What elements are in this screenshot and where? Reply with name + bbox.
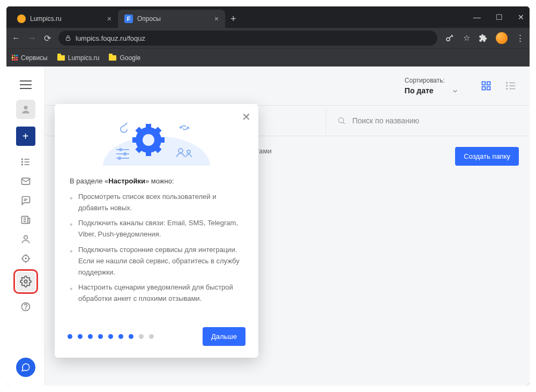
- reload-button[interactable]: ⟳: [44, 33, 51, 43]
- modal-intro: В разделе «Настройки» можно:: [70, 176, 243, 187]
- sidebar-item-target[interactable]: [16, 250, 35, 267]
- password-key-icon[interactable]: [445, 33, 455, 43]
- address-bar[interactable]: lumpics.foquz.ru/foquz: [58, 31, 437, 46]
- search-icon: [337, 116, 346, 125]
- svg-point-35: [507, 88, 508, 90]
- sidebar-item-users[interactable]: [16, 231, 35, 248]
- svg-point-17: [24, 235, 27, 239]
- profile-avatar[interactable]: [496, 32, 508, 44]
- svg-point-3: [21, 159, 23, 160]
- svg-point-40: [143, 134, 154, 146]
- gear-icon: [20, 276, 32, 287]
- svg-point-24: [24, 280, 27, 283]
- close-button[interactable]: ✕: [518, 13, 524, 21]
- modal-list-item: Подключить сторонние сервисы для интегра…: [70, 245, 243, 278]
- svg-point-1: [446, 38, 450, 41]
- favicon-foquz: F: [124, 14, 133, 23]
- sidebar-item-news[interactable]: [16, 211, 35, 228]
- minimize-button[interactable]: —: [473, 13, 481, 21]
- svg-point-37: [339, 118, 344, 123]
- sidebar-profile[interactable]: [16, 100, 35, 119]
- svg-point-31: [507, 83, 508, 84]
- search-box[interactable]: Поиск по названию: [326, 116, 530, 125]
- svg-point-7: [21, 164, 23, 165]
- top-bar: Сортировать: По дате: [45, 66, 530, 105]
- svg-point-26: [25, 309, 26, 309]
- sort-label: Сортировать:: [405, 76, 459, 85]
- bookmarks-bar: Сервисы Lumpics.ru Google: [6, 48, 530, 66]
- forward-button[interactable]: →: [28, 33, 36, 43]
- modal-list-item: Настроить сценарии уведомлений для быстр…: [70, 282, 243, 305]
- modal-list-item: Просмотреть список всех пользователей и …: [70, 191, 243, 214]
- sidebar: +: [6, 66, 45, 386]
- tab-title: Lumpics.ru: [30, 15, 62, 23]
- grid-view-button[interactable]: [478, 78, 494, 94]
- bookmark-folder[interactable]: Lumpics.ru: [57, 54, 100, 62]
- modal-illustration: [55, 104, 258, 168]
- apps-shortcut[interactable]: Сервисы: [12, 54, 48, 62]
- window-controls: — ☐ ✕: [473, 6, 524, 28]
- modal-body: В разделе «Настройки» можно: Просмотреть…: [55, 168, 258, 321]
- browser-toolbar: ← → ⟳ lumpics.foquz.ru/foquz ☆ ⋮: [6, 28, 530, 48]
- url-text: lumpics.foquz.ru/foquz: [76, 34, 145, 42]
- browser-window: Lumpics.ru × F Опросы × + — ☐ ✕ ← → ⟳ lu…: [6, 6, 530, 386]
- modal-list-item: Подключить каналы связи: Email, SMS, Tel…: [70, 218, 243, 240]
- sort-value: По дате: [405, 86, 434, 95]
- progress-dots: [68, 334, 154, 339]
- extensions-icon[interactable]: [479, 34, 487, 42]
- page-content: + Сортировать: По дате: [6, 66, 530, 386]
- bookmark-folder[interactable]: Google: [109, 54, 140, 62]
- support-chat-button[interactable]: [16, 358, 35, 377]
- svg-rect-0: [66, 38, 70, 41]
- svg-point-5: [21, 161, 23, 162]
- modal-footer: Дальше: [55, 321, 258, 358]
- svg-line-46: [137, 149, 140, 151]
- menu-toggle[interactable]: [16, 75, 35, 94]
- svg-rect-27: [482, 82, 486, 85]
- tab-title: Опросы: [137, 15, 161, 23]
- close-icon[interactable]: ×: [107, 14, 111, 23]
- tab-lumpics[interactable]: Lumpics.ru ×: [11, 10, 118, 28]
- svg-point-19: [25, 258, 26, 259]
- svg-rect-29: [482, 87, 486, 90]
- svg-rect-30: [487, 87, 490, 90]
- next-button[interactable]: Дальше: [203, 327, 245, 346]
- tab-oprosy[interactable]: F Опросы ×: [118, 10, 225, 28]
- svg-point-33: [507, 85, 508, 86]
- svg-point-2: [24, 106, 27, 109]
- svg-line-48: [137, 129, 140, 131]
- bookmark-star-icon[interactable]: ☆: [463, 33, 470, 43]
- svg-rect-28: [487, 82, 490, 85]
- maximize-button[interactable]: ☐: [496, 13, 503, 21]
- back-button[interactable]: ←: [12, 33, 20, 43]
- lock-icon: [65, 35, 71, 41]
- sidebar-item-help[interactable]: [16, 298, 35, 315]
- close-icon[interactable]: ×: [214, 14, 219, 23]
- modal-close-button[interactable]: ✕: [242, 110, 251, 123]
- search-placeholder: Поиск по названию: [352, 116, 419, 125]
- chevron-down-icon: [451, 87, 459, 95]
- svg-line-38: [343, 122, 345, 124]
- create-folder-button[interactable]: Создать папку: [455, 147, 519, 166]
- svg-point-52: [124, 153, 126, 155]
- svg-point-50: [120, 149, 122, 151]
- menu-button[interactable]: ⋮: [516, 33, 524, 43]
- sidebar-item-settings-highlighted[interactable]: [13, 269, 38, 294]
- sidebar-item-list[interactable]: [16, 153, 35, 171]
- svg-line-45: [157, 129, 160, 131]
- add-button[interactable]: +: [16, 127, 35, 146]
- sort-control[interactable]: Сортировать: По дате: [405, 76, 459, 97]
- sidebar-item-mail[interactable]: [16, 173, 35, 190]
- onboarding-modal: ✕ В раз: [55, 104, 258, 358]
- svg-point-54: [118, 157, 121, 159]
- list-view-button[interactable]: [503, 78, 519, 94]
- tab-strip: Lumpics.ru × F Опросы × + — ☐ ✕: [6, 6, 530, 28]
- favicon-lumpics: [17, 14, 26, 23]
- sidebar-item-chat[interactable]: [16, 192, 35, 209]
- new-tab-button[interactable]: +: [225, 13, 242, 25]
- svg-line-47: [157, 149, 160, 151]
